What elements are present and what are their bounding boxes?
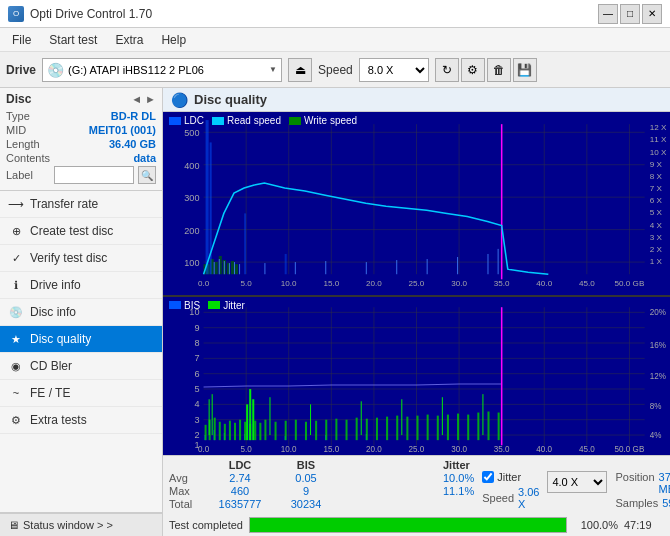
type-value: BD-R DL [111,110,156,122]
minimize-button[interactable]: — [598,4,618,24]
disc-label: Disc [6,92,31,106]
maximize-button[interactable]: □ [620,4,640,24]
svg-text:9 X: 9 X [650,160,663,169]
chart-bottom-legend: BIS Jitter [169,300,245,311]
bis-col-header: BIS [281,459,331,471]
eject-button[interactable]: ⏏ [288,58,312,82]
bis-color [169,301,181,309]
sidebar-item-create-test-disc[interactable]: ⊕ Create test disc [0,218,162,245]
create-test-disc-label: Create test disc [30,224,113,238]
svg-text:5.0: 5.0 [241,445,253,454]
max-bis-val: 9 [281,485,331,497]
svg-text:0.0: 0.0 [198,445,210,454]
sidebar-item-drive-info[interactable]: ℹ Drive info [0,272,162,299]
svg-text:11 X: 11 X [650,135,667,144]
svg-rect-133 [244,421,246,439]
svg-rect-64 [325,261,326,274]
sidebar-item-disc-info[interactable]: 💿 Disc info [0,299,162,326]
svg-text:400: 400 [184,161,199,171]
svg-rect-144 [335,418,337,439]
ldc-label: LDC [184,115,204,126]
sidebar-item-disc-quality[interactable]: ★ Disc quality [0,326,162,353]
drive-selector[interactable]: 💿 (G:) ATAPI iHBS112 2 PL06 ▼ [42,58,282,82]
svg-rect-137 [264,419,266,439]
status-window-button[interactable]: 🖥 Status window > > [0,513,162,536]
svg-rect-65 [366,262,367,274]
contents-key: Contents [6,152,50,164]
mid-value: MEIT01 (001) [89,124,156,136]
svg-text:10.0: 10.0 [281,279,297,288]
svg-rect-169 [361,401,362,435]
svg-rect-171 [442,397,443,435]
refresh-button[interactable]: ↻ [435,58,459,82]
svg-rect-152 [417,415,419,440]
svg-text:4 X: 4 X [650,221,663,230]
menu-help[interactable]: Help [153,31,194,49]
label-input[interactable] [54,166,134,184]
svg-text:2: 2 [194,430,199,440]
svg-rect-131 [234,422,236,439]
chart-bottom: BIS Jitter [163,297,670,455]
verify-test-disc-label: Verify test disc [30,251,107,265]
svg-text:20.0: 20.0 [366,445,382,454]
read-speed-color [212,117,224,125]
svg-text:50.0 GB: 50.0 GB [615,279,645,288]
cd-bler-icon: ◉ [8,358,24,374]
svg-text:300: 300 [184,193,199,203]
disc-nav-arrows[interactable]: ◄ ► [131,93,156,105]
length-value: 36.40 GB [109,138,156,150]
position-row: Position 37275 MB [615,471,670,495]
svg-text:500: 500 [184,128,199,138]
sidebar-item-verify-test-disc[interactable]: ✓ Verify test disc [0,245,162,272]
svg-rect-156 [457,413,459,440]
speed-selector[interactable]: 8.0 X 4.0 X 6.0 X Max [359,58,429,82]
ldc-color [169,117,181,125]
svg-text:30.0: 30.0 [451,445,467,454]
sidebar-item-cd-bler[interactable]: ◉ CD Bler [0,353,162,380]
jitter-label: Jitter [223,300,245,311]
position-samples-section: Position 37275 MB Samples 595933 [615,471,670,509]
settings-button[interactable]: ⚙ [461,58,485,82]
quality-icon: 🔵 [171,92,188,108]
disc-info-icon: 💿 [8,304,24,320]
svg-text:9: 9 [194,322,199,332]
status-text: Test completed [169,519,243,531]
sidebar-item-extra-tests[interactable]: ⚙ Extra tests [0,407,162,434]
svg-rect-132 [239,419,241,439]
jitter-checkbox-label: Jitter [497,471,521,483]
svg-rect-52 [206,120,209,274]
label-icon-button[interactable]: 🔍 [138,166,156,184]
svg-text:40.0: 40.0 [536,279,552,288]
extra-tests-label: Extra tests [30,413,87,427]
close-button[interactable]: ✕ [642,4,662,24]
menu-start-test[interactable]: Start test [41,31,105,49]
type-key: Type [6,110,30,122]
svg-rect-157 [467,414,469,440]
transfer-rate-icon: ⟶ [8,196,24,212]
legend-bis: BIS [169,300,200,311]
test-speed-selector[interactable]: 4.0 X 6.0 X 8.0 X [547,471,607,493]
svg-rect-63 [295,262,296,274]
erase-button[interactable]: 🗑 [487,58,511,82]
sidebar: Disc ◄ ► Type BD-R DL MID MEIT01 (001) L… [0,88,163,536]
svg-text:200: 200 [184,226,199,236]
svg-text:4: 4 [194,399,199,409]
top-chart-svg: 500 400 300 200 100 12 X 11 X 10 X 9 X 8… [163,112,670,295]
svg-rect-129 [224,423,226,439]
menu-file[interactable]: File [4,31,39,49]
save-button[interactable]: 💾 [513,58,537,82]
svg-rect-140 [295,419,297,439]
svg-rect-167 [269,397,270,435]
svg-rect-46 [215,262,218,274]
svg-rect-138 [275,421,277,439]
sidebar-item-transfer-rate[interactable]: ⟶ Transfer rate [0,191,162,218]
menu-extra[interactable]: Extra [107,31,151,49]
jitter-checkbox[interactable] [482,471,494,483]
legend-ldc: LDC [169,115,204,126]
svg-rect-70 [498,249,499,274]
sidebar-item-fe-te[interactable]: ~ FE / TE [0,380,162,407]
read-speed-label: Read speed [227,115,281,126]
bottom-chart-svg: 10 9 8 7 6 5 4 3 2 1 20% 16% 12% 8% 4% [163,297,670,455]
drive-bar: Drive 💿 (G:) ATAPI iHBS112 2 PL06 ▼ ⏏ Sp… [0,52,670,88]
progress-time: 47:19 [624,519,664,531]
